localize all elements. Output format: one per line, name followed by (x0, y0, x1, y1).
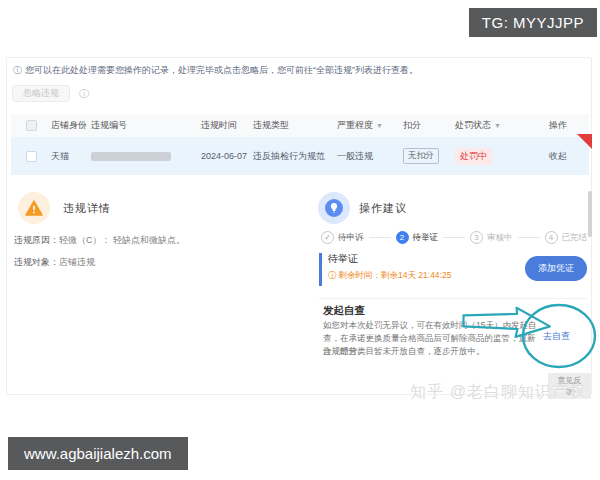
ignore-violation-button[interactable]: 忽略违规 (12, 85, 70, 102)
step-check-icon: ✓ (321, 231, 334, 244)
tg-watermark: TG: MYYJJPP (469, 8, 597, 37)
notice-bar: ⓘ您可以在此处处理需要您操作的记录，处理完毕或点击忽略后，您可前往“全部违规”列… (13, 64, 418, 77)
step-connector (518, 237, 540, 238)
row-points-cell: 无扣分 (403, 148, 455, 164)
no-points-tag: 无扣分 (403, 148, 439, 164)
evidence-title: 待举证 (328, 252, 358, 266)
step-review-label: 审核中 (487, 232, 513, 244)
severity-filter-icon[interactable]: ▼ (376, 122, 383, 129)
add-evidence-button[interactable]: 添加凭证 (525, 256, 587, 281)
target-label: 违规对象： (14, 257, 59, 267)
page: TG: MYYJJPP ⓘ您可以在此处处理需要您操作的记录，处理完毕或点击忽略后… (0, 0, 600, 480)
countdown-value: 剩余14天 21:44:25 (381, 270, 451, 280)
evidence-accent-bar (319, 253, 322, 286)
arrow-annotation (460, 305, 556, 353)
status-badge: 处罚中 (455, 148, 492, 165)
redacted-violation-number (91, 152, 171, 161)
ignore-info-icon[interactable]: ⓘ (79, 87, 89, 101)
header-violation-no: 违规编号 (91, 119, 201, 132)
header-shop-type: 店铺身份 (51, 119, 91, 132)
violation-reason-row: 违规原因：轻微（C）： 轻缺点和微缺点。 (14, 234, 185, 247)
evidence-countdown: ⓘ剩余时间：剩余14天 21:44:25 (328, 270, 451, 282)
progress-steps: ✓ 待申诉 2 待举证 3 审核中 4 已完结 (321, 231, 587, 244)
detail-panel-title: 违规详情 (63, 201, 111, 216)
section-divider (319, 298, 587, 299)
table-header-row: 店铺身份 违规编号 违规时间 违规类型 严重程度 ▼ 扣分 处罚状态 ▼ 操作 (11, 114, 589, 137)
step-finished: 4 已完结 (545, 231, 588, 244)
header-severity: 严重程度 ▼ (337, 119, 403, 132)
self-check-title: 发起自查 (323, 304, 365, 318)
suggestion-panel-title: 操作建议 (359, 201, 407, 216)
tg-watermark-text: TG: MYYJJPP (482, 14, 584, 31)
header-checkbox-cell (11, 120, 51, 131)
step-connector (443, 237, 465, 238)
zhihu-watermark: 知乎 @老白聊知识产权 (410, 382, 586, 403)
new-corner-ribbon (577, 134, 592, 149)
row-violation-time: 2024-06-07 (201, 151, 253, 161)
step-4-circle: 4 (545, 231, 558, 244)
step-3-circle: 3 (470, 231, 483, 244)
notice-text: 您可以在此处处理需要您操作的记录，处理完毕或点击忽略后，您可前往“全部违规”列表… (25, 65, 418, 75)
row-violation-no (91, 152, 201, 161)
row-shop-type: 天猫 (51, 150, 91, 163)
header-status: 处罚状态 ▼ (455, 119, 549, 132)
select-all-checkbox[interactable] (26, 120, 37, 131)
header-action: 操作 (549, 119, 589, 132)
header-severity-label: 严重程度 (337, 119, 373, 132)
table-row[interactable]: 天猫 2024-06-07 违反抽检行为规范 一般违规 无扣分 处罚中 收起 (11, 137, 589, 175)
step-appeal: ✓ 待申诉 (321, 231, 364, 244)
row-checkbox-cell (11, 151, 51, 162)
countdown-info-icon: ⓘ (328, 270, 337, 280)
header-violation-type: 违规类型 (253, 119, 337, 132)
info-icon: ⓘ (13, 65, 22, 75)
site-watermark: www.agbaijialezh.com (8, 437, 188, 470)
row-severity: 一般违规 (337, 150, 403, 163)
scrollbar-thumb[interactable] (588, 191, 592, 237)
row-violation-type: 违反抽检行为规范 (253, 150, 337, 163)
step-appeal-label: 待申诉 (338, 232, 364, 244)
step-2-circle: 2 (396, 231, 409, 244)
collapse-link[interactable]: 收起 (549, 150, 567, 163)
step-evidence-label: 待举证 (413, 232, 439, 244)
reason-label: 违规原因： (14, 235, 59, 245)
site-watermark-text: www.agbaijialezh.com (24, 445, 172, 462)
status-filter-icon[interactable]: ▼ (494, 122, 501, 129)
violation-target-row: 违规对象：店铺违规 (14, 256, 95, 269)
bulb-icon (318, 192, 350, 224)
row-status-cell: 处罚中 (455, 148, 549, 165)
countdown-label: 剩余时间： (339, 270, 382, 280)
step-finished-label: 已完结 (562, 232, 588, 244)
row-action-cell: 收起 (549, 150, 589, 163)
violation-panel: ⓘ您可以在此处处理需要您操作的记录，处理完毕或点击忽略后，您可前往“全部违规”列… (6, 57, 592, 395)
step-evidence: 2 待举证 (396, 231, 439, 244)
header-status-label: 处罚状态 (455, 119, 491, 132)
step-review: 3 审核中 (470, 231, 513, 244)
header-points: 扣分 (403, 119, 455, 132)
warning-icon (18, 192, 50, 224)
target-value: 店铺违规 (59, 257, 95, 267)
row-checkbox[interactable] (26, 151, 37, 162)
step-connector (369, 237, 391, 238)
header-violation-time: 违规时间 (201, 119, 253, 132)
evidence-section: 待举证 ⓘ剩余时间：剩余14天 21:44:25 添加凭证 (319, 250, 587, 292)
reason-value: 轻微（C）： 轻缺点和微缺点。 (59, 235, 185, 245)
